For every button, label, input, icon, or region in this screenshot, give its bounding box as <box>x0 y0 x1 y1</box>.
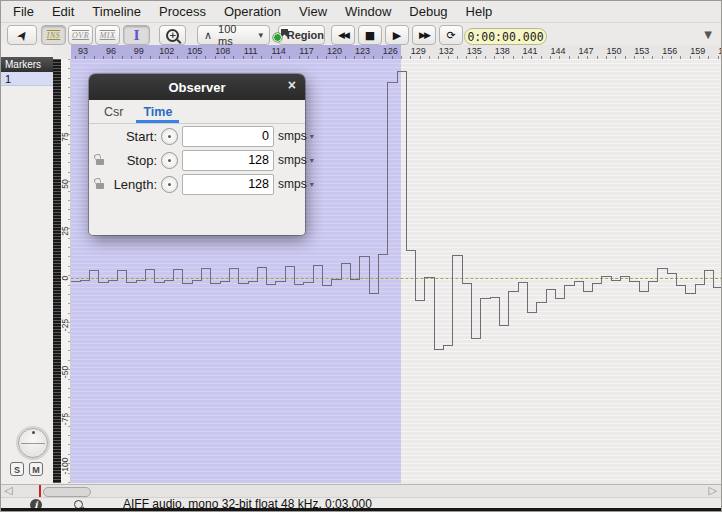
menu-window[interactable]: Window <box>336 2 400 21</box>
observer-row-stop: Stop:smps▾ <box>89 148 305 172</box>
chevron-down-icon: ▾ <box>258 30 263 40</box>
mute-button[interactable]: M <box>29 462 43 476</box>
menu-timeline[interactable]: Timeline <box>83 2 150 21</box>
selection-tool-button[interactable]: I <box>123 25 150 45</box>
scroll-left-icon[interactable]: ◁ <box>4 484 12 497</box>
ruler-tick-label: 126 <box>383 46 398 56</box>
amplitude-tick-label: -50 <box>60 352 70 392</box>
markers-panel-header: Markers <box>1 57 53 72</box>
amplitude-tick-label: 50 <box>60 164 70 204</box>
ruler-tick-label: 108 <box>215 46 230 56</box>
length-unit-dropdown[interactable]: smps▾ <box>278 177 314 191</box>
menubar: FileEditTimelineProcessOperationViewWind… <box>1 1 721 23</box>
amplitude-tick-label: -100 <box>60 446 70 486</box>
amplitude-tick-label: -75 <box>60 399 70 439</box>
mode-button-ins[interactable]: INS <box>41 25 66 45</box>
stop-lock-slot <box>94 155 105 165</box>
observer-titlebar[interactable]: Observer × <box>89 74 305 100</box>
start-label: Start: <box>109 129 157 144</box>
zoom-level-value: 100 ms <box>218 23 250 47</box>
scrollbar-thumb[interactable] <box>43 487 91 497</box>
amplitude-tick-label: -25 <box>60 305 70 345</box>
solo-button[interactable]: S <box>10 462 24 476</box>
ruler-tick-label: 132 <box>439 46 454 56</box>
length-label: Length: <box>109 177 157 192</box>
tab-time[interactable]: Time <box>136 102 179 123</box>
stop-link-button[interactable] <box>161 152 178 169</box>
stop-unit-label: smps <box>278 153 307 167</box>
mode-button-mix[interactable]: MIX <box>95 25 120 45</box>
menu-help[interactable]: Help <box>457 2 502 21</box>
ruler-tick-label: 96 <box>106 46 116 56</box>
mode-button-ovr[interactable]: OVR <box>68 25 93 45</box>
region-marker-icon <box>279 29 282 42</box>
select-tool-button[interactable]: ➤ <box>7 25 37 45</box>
menu-operation[interactable]: Operation <box>215 2 290 21</box>
stop-button[interactable]: ■ <box>358 25 382 45</box>
cursor-arrow-icon: ➤ <box>13 26 32 44</box>
zoom-level-combobox[interactable]: ∧ 100 ms ▾ <box>197 25 270 45</box>
rewind-button[interactable]: ◀◀ <box>331 25 355 45</box>
ruler-tick-label: 138 <box>495 46 510 56</box>
lock-icon[interactable] <box>96 159 104 165</box>
menu-process[interactable]: Process <box>150 2 215 21</box>
menu-edit[interactable]: Edit <box>43 2 83 21</box>
ruler-tick-label: 93 <box>78 46 88 56</box>
menu-file[interactable]: File <box>4 2 43 21</box>
stop-icon: ■ <box>365 29 375 42</box>
length-link-button[interactable] <box>161 176 178 193</box>
stop-unit-dropdown[interactable]: smps▾ <box>278 153 314 167</box>
length-unit-label: smps <box>278 177 307 191</box>
start-input[interactable] <box>182 126 274 147</box>
scroll-right-icon[interactable]: ▷ <box>709 484 717 497</box>
ruler-tick-label: 105 <box>187 46 202 56</box>
stop-label: Stop: <box>109 153 157 168</box>
stop-input[interactable] <box>182 150 274 171</box>
lock-icon[interactable] <box>96 183 104 189</box>
ruler-tick-label: 102 <box>159 46 174 56</box>
chevron-down-icon: ▾ <box>310 132 314 141</box>
play-button[interactable]: ▶ <box>385 25 409 45</box>
ruler-tick-label: 153 <box>634 46 649 56</box>
length-lock-slot <box>94 179 105 189</box>
loop-button[interactable]: ⟳ <box>439 25 463 45</box>
observer-tabbar: CsrTime <box>89 100 305 124</box>
rewind-icon: ◀◀ <box>338 30 348 40</box>
ruler-tick-label: 135 <box>467 46 482 56</box>
audio-editor-window: FileEditTimelineProcessOperationViewWind… <box>0 0 722 512</box>
horizontal-scrollbar: ◁ ▷ <box>1 484 721 497</box>
mix-mode-label: MIX <box>100 31 116 40</box>
ruler-tick-label: 123 <box>355 46 370 56</box>
start-unit-label: smps <box>278 129 307 143</box>
gain-knob[interactable] <box>18 428 48 458</box>
window-bottom-edge <box>1 508 721 511</box>
start-unit-dropdown[interactable]: smps▾ <box>278 129 314 143</box>
ruler-tick-label: 120 <box>327 46 342 56</box>
start-link-button[interactable] <box>161 128 178 145</box>
toolbar-overflow-button[interactable]: ▼ <box>704 29 712 40</box>
observer-dialog: Observer × CsrTime Start:smps▾Stop:smps▾… <box>89 74 305 235</box>
markers-panel: Markers 1 S M <box>1 45 53 484</box>
region-button[interactable]: Region <box>278 25 325 45</box>
toolbar: ➤ INSOVRMIX I + ∧ 100 ms ▾ Region ◀◀■▶▶▶… <box>1 23 721 45</box>
fast-forward-icon: ▶▶ <box>419 30 429 40</box>
magnifier-icon: + <box>166 29 179 42</box>
ruler-tick-label: 144 <box>551 46 566 56</box>
menu-debug[interactable]: Debug <box>400 2 456 21</box>
menu-view[interactable]: View <box>290 2 336 21</box>
close-icon[interactable]: × <box>288 77 296 93</box>
fast-forward-button[interactable]: ▶▶ <box>412 25 436 45</box>
ruler-tick-label: 162 <box>718 46 722 56</box>
ins-mode-label: INS <box>47 31 61 40</box>
ruler-tick-label: 147 <box>578 46 593 56</box>
marker-list-item[interactable]: 1 <box>1 72 53 86</box>
ovr-mode-label: OVR <box>72 31 89 40</box>
timeline-ruler[interactable]: 9396991021051081111141171201231261291321… <box>71 45 722 59</box>
length-input[interactable] <box>182 174 274 195</box>
tab-csr[interactable]: Csr <box>97 102 130 123</box>
zoom-tool-button[interactable]: + <box>159 25 186 45</box>
chevron-down-icon: ▾ <box>310 156 314 165</box>
ibeam-icon: I <box>133 28 139 43</box>
amplitude-axis[interactable]: 7550250-25-50-75-100 <box>61 59 71 483</box>
time-display: 0:00:00.000 <box>464 28 547 45</box>
